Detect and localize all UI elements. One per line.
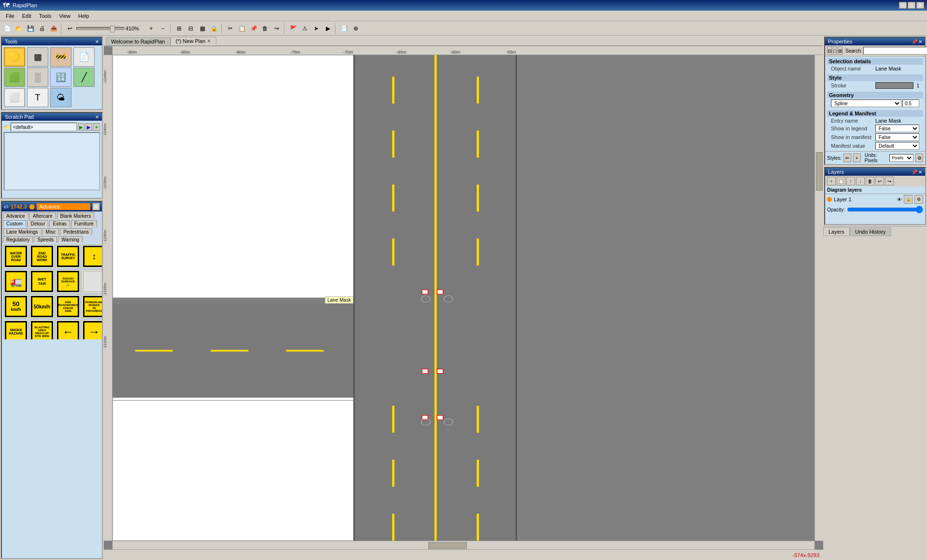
sign-end-road-work[interactable]: ENDROADWORK (29, 244, 55, 268)
sign-arrow-right[interactable]: → (82, 320, 102, 339)
legend-manifest-header[interactable]: Legend & Manifest (827, 110, 923, 117)
manifest-value-select[interactable]: Default (875, 142, 919, 150)
group-btn[interactable]: ⊕ (351, 23, 361, 34)
layer-delete-btn[interactable]: 🗑 (866, 177, 874, 185)
lock-btn[interactable]: 🔒 (209, 23, 219, 34)
grid-btn[interactable]: ▦ (197, 23, 208, 34)
arrow-btn[interactable]: ➤ (311, 23, 322, 34)
menu-help[interactable]: Help (74, 12, 93, 20)
properties-pin[interactable]: 📌 (912, 39, 917, 44)
zoom-thumb[interactable] (110, 26, 115, 32)
layer-1-visibility[interactable]: 👁 (897, 197, 902, 202)
tool-number[interactable]: 🔢 (50, 68, 71, 87)
tab-extras[interactable]: Extras (49, 220, 70, 227)
tool-grass[interactable]: 🟩 (4, 68, 25, 87)
menu-view[interactable]: View (55, 12, 74, 20)
new-btn[interactable]: 📄 (2, 23, 13, 34)
tab-advance[interactable]: Advance (3, 212, 28, 219)
tools-panel-close[interactable]: ✕ (95, 39, 99, 44)
layer-1-settings[interactable]: ⚙ (914, 195, 923, 204)
scratch-btn-green[interactable]: ▶ (78, 123, 84, 131)
sign-blank[interactable] (82, 269, 102, 294)
layer-down-btn[interactable]: ↓ (856, 177, 865, 185)
layer-undo-btn[interactable]: ↩ (875, 177, 884, 185)
tab-new-plan-close[interactable]: ✕ (207, 39, 211, 43)
drawing-canvas[interactable]: Lane Mask (112, 55, 815, 541)
close-btn[interactable]: ✕ (916, 2, 924, 9)
tool-paper[interactable]: 📄 (73, 47, 95, 67)
save-btn[interactable]: 💾 (25, 23, 36, 34)
paste-btn[interactable]: 📌 (248, 23, 259, 34)
stroke-color[interactable] (875, 82, 913, 89)
properties-close[interactable]: ✕ (918, 39, 922, 44)
sign-truck[interactable]: 🚛 (3, 269, 28, 294)
tab-pedestrians[interactable]: Pedestrians (60, 228, 92, 235)
undo-btn[interactable]: ↩ (65, 23, 75, 34)
opacity-slider[interactable] (847, 206, 923, 213)
layer-redo-btn[interactable]: ↪ (885, 177, 894, 185)
copy-btn[interactable]: 📋 (237, 23, 247, 34)
tool-weather[interactable]: 🌤 (50, 88, 71, 107)
zoom-out-btn[interactable]: − (157, 23, 168, 34)
layer-up-btn[interactable]: ↑ (846, 177, 855, 185)
delete-btn[interactable]: 🗑 (260, 23, 270, 34)
tool-select[interactable]: 🟡 (4, 47, 25, 67)
scroll-v-thumb[interactable] (816, 152, 823, 191)
show-legend-select[interactable]: False True (875, 125, 919, 132)
layer-1-lock[interactable]: 🔒 (904, 195, 913, 204)
menu-tools[interactable]: Tools (35, 12, 56, 20)
tab-speeds[interactable]: Speeds (34, 236, 57, 243)
prop-btn-2[interactable]: □ (833, 46, 837, 55)
sign-blasting[interactable]: BLASTINGAREAMEGA·UPSITE WIDE (29, 320, 55, 339)
prop-btn-3[interactable]: ⊞ (838, 46, 843, 55)
scroll-h-thumb[interactable] (428, 542, 467, 549)
sign-wet-tar[interactable]: WETTAR (29, 269, 55, 294)
sign-arrows[interactable]: ↕ (82, 244, 102, 268)
tab-new-plan[interactable]: (*) New Plan ✕ (170, 37, 217, 45)
tab-aftercare[interactable]: Aftercare (29, 212, 56, 219)
layer-copy-btn[interactable]: 📋 (837, 177, 845, 185)
geometry-select[interactable]: Spline Linear (831, 99, 901, 107)
sign-smoke-hazard[interactable]: SMOKEHAZARD (3, 320, 28, 339)
minimize-btn[interactable]: — (899, 2, 907, 9)
tab-warning[interactable]: Warning (58, 236, 83, 243)
show-manifest-select[interactable]: False True (875, 133, 919, 141)
units-settings-btn[interactable]: ⚙ (915, 154, 923, 162)
geometry-header[interactable]: Geometry (827, 92, 923, 98)
menu-file[interactable]: File (2, 12, 18, 20)
styles-edit-btn[interactable]: ✏ (843, 154, 851, 162)
tool-texture[interactable]: ░ (27, 68, 48, 87)
prop-btn-1[interactable]: ⊟ (827, 46, 832, 55)
sign-traffic-survey[interactable]: TRAFFICSURVEY (56, 244, 81, 268)
redo-btn[interactable]: ↪ (271, 23, 282, 34)
layers-pin[interactable]: 📌 (912, 169, 917, 175)
canvas-container[interactable]: -90m -85m -80m -75m -70m -65m -60m -55m … (104, 46, 823, 549)
maximize-btn[interactable]: □ (908, 2, 915, 9)
menu-edit[interactable]: Edit (18, 12, 35, 20)
tab-lane-markings[interactable]: Lane Markings (3, 228, 42, 235)
selection-details-header[interactable]: Selection details (827, 58, 923, 65)
geometry-number[interactable] (902, 99, 919, 107)
tab-custom[interactable]: Custom (3, 220, 26, 227)
scroll-h[interactable] (112, 541, 815, 549)
tab-misc[interactable]: Misc (42, 228, 59, 235)
sign-water-over-road[interactable]: WATEROVERROAD (3, 244, 28, 268)
sign-50kmh-2[interactable]: 50km/h (29, 294, 55, 319)
tool-text[interactable]: T (27, 88, 48, 107)
tab-blank-markers[interactable]: Blank Markers (57, 212, 95, 219)
layer-1-item[interactable]: Layer 1 👁 🔒 ⚙ (825, 194, 925, 205)
signs-menu-btn[interactable]: ⊞ (92, 203, 100, 210)
scratch-input[interactable] (11, 123, 77, 131)
properties-search[interactable] (863, 47, 927, 55)
print-btn[interactable]: 🖨 (37, 23, 47, 34)
styles-add-btn[interactable]: + (853, 154, 861, 162)
tool-rect[interactable]: ⬜ (4, 88, 25, 107)
export-btn[interactable]: 📤 (48, 23, 59, 34)
open-btn[interactable]: 📂 (14, 23, 24, 34)
signs-scroll[interactable]: WATEROVERROAD ENDROADWORK TRAFFICSURVEY (2, 243, 102, 344)
tab-detour[interactable]: Detour (27, 220, 48, 227)
tool-road[interactable]: ▦ (27, 47, 48, 67)
tool-line[interactable]: ╱ (73, 68, 95, 87)
zoom-track[interactable] (76, 27, 125, 30)
sign-end-rw[interactable]: ENDROADWORKSAHEADSIDE (56, 294, 81, 319)
